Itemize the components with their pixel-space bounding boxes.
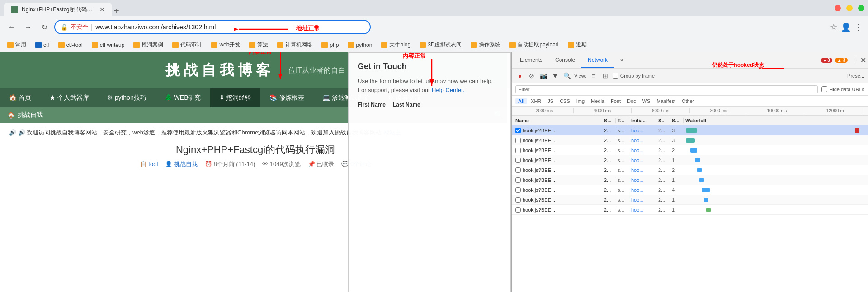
bookmark-item-recent[interactable]: 近期 [564,40,590,50]
forward-button[interactable]: → [22,21,34,33]
row-name-cell: hook.js?BEE... [512,207,602,213]
bookmark-item-dmsj[interactable]: 代码审计 [169,40,206,50]
devtools-close-icon[interactable]: ✕ [860,56,866,65]
bookmark-item-danblog[interactable]: 大牛blog [377,40,414,50]
window-close-button[interactable] [835,5,841,11]
bookmark-item-ctftool[interactable]: ctf-tool [55,41,86,49]
nav-tools[interactable]: ★ 个人武器库 [40,88,98,107]
table-row[interactable]: hook.js?BEE... 2... s... hoo... 2... 2 [512,145,868,155]
filter-manifest-button[interactable]: Manifest [654,98,678,104]
row-type-cell: s... [616,148,629,153]
nav-base[interactable]: 📚 修炼根基 [260,88,313,107]
bookmark-icon[interactable]: ☆ [830,22,837,32]
address-bar[interactable]: 🔓 不安全 | www.tiaozhanziwo.com/archives/13… [54,20,371,34]
meta-category-link[interactable]: tool [148,161,158,167]
account-icon[interactable]: 👤 [841,22,851,32]
filter-ws-button[interactable]: WS [640,98,653,104]
row-name-text: hook.js?BEE... [523,158,555,163]
stop-button[interactable]: ⊘ [527,71,536,80]
bookmark-item-3d[interactable]: 3D虚拟试衣间 [416,40,465,50]
devtools-tab-network[interactable]: Network [581,52,614,68]
filter-font-button[interactable]: Font [608,98,623,104]
search-button[interactable]: 🔍 [562,71,571,80]
row-initiator-cell: hoo... [629,187,656,193]
modal-overlay: Get in Touch Use the form below to let u… [348,52,511,292]
table-row[interactable]: hook.js?BEE... 2... s... hoo... 2... 1 [512,155,868,165]
bookmark-item-writeup[interactable]: ctf writeup [88,41,128,49]
hide-data-urls-checkbox[interactable]: Hide data URLs [821,86,864,92]
filter-button[interactable]: ▼ [551,71,560,80]
filter-js-button[interactable]: JS [545,98,556,104]
nav-web[interactable]: 🌲 WEB研究 [156,88,210,107]
table-row[interactable]: hook.js?BEE... 2... s... hoo... 2... 1 [512,195,868,205]
main-area: 挑战自我博客 一位IT从业者的自白 🏠 首页 ★ 个人武器库 ⚙ python技… [0,52,868,292]
window-maximize-button[interactable] [858,5,864,11]
group-by-frame-input[interactable] [613,73,618,79]
row-checkbox[interactable] [515,148,521,153]
tab-close-button[interactable]: ✕ [99,6,105,13]
browser-tab[interactable]: Nginx+PHP+Fastcgi的代码执行... ✕ [4,3,112,16]
view-list-button[interactable]: ≡ [589,71,598,80]
timeline-12000: 12000 m [806,108,864,113]
bookmark-item-jsjwl[interactable]: 计算机网络 [274,40,316,50]
bookmark-item-changyong[interactable]: 常用 [4,40,30,50]
row-checkbox[interactable] [515,128,521,133]
bookmark-label: python [356,42,372,48]
filter-other-button[interactable]: Other [679,98,697,104]
hide-data-urls-input[interactable] [821,86,827,92]
back-button[interactable]: ← [5,21,18,33]
bookmark-item-czxt[interactable]: 操作系统 [467,40,504,50]
filter-input[interactable] [515,85,818,93]
meta-author-link[interactable]: 挑战自我 [174,161,198,167]
bookmark-label: 大牛blog [389,41,410,49]
filter-doc-button[interactable]: Doc [624,98,639,104]
record-button[interactable]: ● [515,71,524,80]
nav-home[interactable]: 🏠 首页 [0,88,40,107]
table-row[interactable]: hook.js?BEE... 2... s... hoo... 2... 1 [512,205,868,215]
row-checkbox[interactable] [515,197,521,203]
row-status-cell: 2... [602,138,616,143]
filter-img-button[interactable]: Img [574,98,587,104]
devtools-tab-more[interactable]: » [614,52,630,68]
new-tab-button[interactable]: + [114,6,119,16]
row-time-cell: 2 [670,148,684,153]
nav-dig[interactable]: ⬇ 挖洞经验 [210,88,261,107]
row-checkbox[interactable] [515,177,521,183]
filter-css-button[interactable]: CSS [557,98,573,104]
table-row[interactable]: hook.js?BEE... 2... s... hoo... 2... 3 [512,135,868,145]
table-row[interactable]: hook.js?BEE... 2... s... hoo... 2... 2 [512,165,868,175]
row-checkbox[interactable] [515,167,521,173]
timeline-6000: 6000 ms [632,108,690,113]
hooked-annotation-text: 仍然处于hooked状态 [712,61,764,69]
row-checkbox[interactable] [515,138,521,143]
row-checkbox[interactable] [515,187,521,193]
devtools-tab-elements[interactable]: Elements [514,52,549,68]
bookmark-label: 常用 [15,41,26,49]
row-checkbox[interactable] [515,207,521,213]
reload-button[interactable]: ↻ [38,21,51,33]
table-row[interactable]: hook.js?BEE... 2... s... hoo... 2... 4 [512,185,868,195]
camera-button[interactable]: 📷 [539,71,548,80]
table-row[interactable]: hook.js?BEE... 2... s... hoo... 2... 3 [512,125,868,135]
filter-all-button[interactable]: All [515,98,527,104]
bookmark-item-payload[interactable]: 自动提取payload [506,40,562,50]
table-row[interactable]: hook.js?BEE... 2... s... hoo... 2... 1 [512,175,868,185]
devtools-settings-icon[interactable]: ⋮ [850,56,858,65]
view-grid-button[interactable]: ⊞ [601,71,610,80]
row-name-text: hook.js?BEE... [523,128,555,133]
menu-icon[interactable]: ⋮ [854,22,863,32]
nav-python[interactable]: ⚙ python技巧 [98,88,156,107]
window-minimize-button[interactable] [846,5,853,11]
group-by-frame-checkbox[interactable]: Group by frame [613,73,655,79]
bookmark-item-suanfa[interactable]: 算法 [245,40,272,50]
bookmark-item-python[interactable]: python [344,41,376,49]
bookmark-item-ctf[interactable]: ctf [32,41,53,49]
modal-help-link[interactable]: Help Center. [432,87,464,93]
filter-media-button[interactable]: Media [588,98,607,104]
bookmark-item-wdal[interactable]: 挖洞案例 [130,40,167,50]
filter-xhr-button[interactable]: XHR [528,98,544,104]
bookmark-item-php[interactable]: php [318,41,342,49]
bookmark-item-webdev[interactable]: web开发 [208,40,244,50]
devtools-tab-console[interactable]: Console [549,52,581,68]
row-checkbox[interactable] [515,158,521,163]
